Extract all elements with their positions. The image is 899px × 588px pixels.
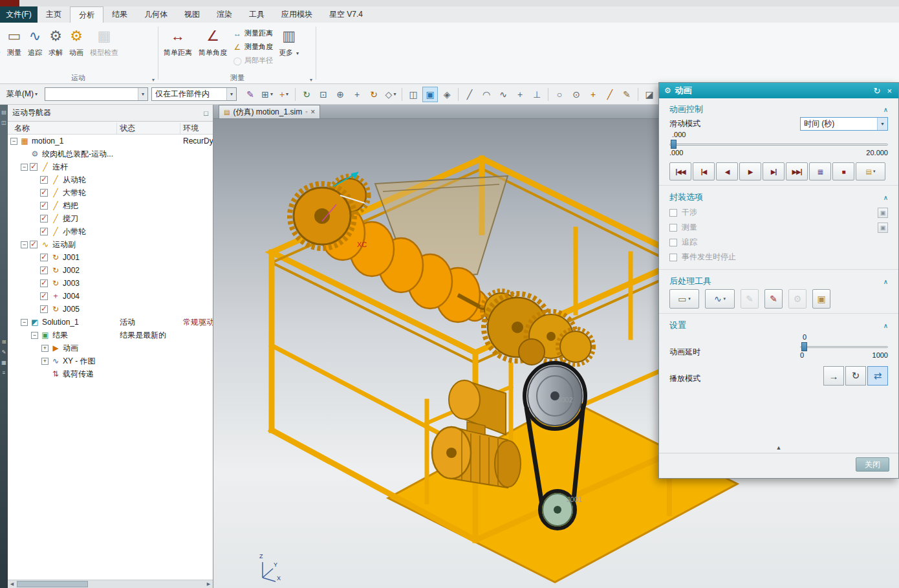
history-tab[interactable]: ▦ <box>0 360 8 365</box>
ribbon-tab-5[interactable]: 视图 <box>176 6 208 23</box>
tree-row-j004[interactable]: ✓+J004 <box>8 290 213 303</box>
tree-row-link-blade[interactable]: ✓╱搅刀 <box>8 212 213 225</box>
time-slider[interactable] <box>669 140 888 149</box>
forward-to-end-button[interactable]: ▶▶| <box>786 162 808 180</box>
rotate-view-icon[interactable]: ↻ <box>366 87 382 102</box>
tree-row-j005[interactable]: ✓↻J005 <box>8 303 213 316</box>
tree-row-link-small-pulley[interactable]: ✓╱小带轮 <box>8 225 213 238</box>
row-checkbox[interactable]: ✓ <box>40 189 48 197</box>
tree-row-j003[interactable]: ✓↻J003 <box>8 277 213 290</box>
reset-icon[interactable]: ↻ <box>872 86 882 96</box>
wireframe-display-icon[interactable]: ◫ <box>406 87 421 102</box>
tree-row-j001[interactable]: ✓↻J001 <box>8 251 213 264</box>
row-checkbox[interactable]: ✓ <box>40 305 48 313</box>
orient-view-icon[interactable]: ◇▾ <box>383 87 398 102</box>
step-forward-button[interactable]: ▶| <box>763 162 785 180</box>
play-reverse-button[interactable]: ◀ <box>716 162 738 180</box>
ribbon-tab-8[interactable]: 应用模块 <box>273 6 321 23</box>
dropdown-icon[interactable]: ▾ <box>270 91 273 97</box>
ribbon-tab-4[interactable]: 几何体 <box>136 6 176 23</box>
tools-palette-tab[interactable]: ⊞ <box>0 339 8 345</box>
navigator-column-headers[interactable]: 名称 状态 环境 <box>8 122 213 135</box>
ribbon-button-measure-distance[interactable]: ↔测量距离 <box>230 27 276 40</box>
section-view-icon[interactable]: ◪ <box>642 87 657 102</box>
expand-toggle[interactable]: + <box>41 345 49 352</box>
column-name[interactable]: 名称 <box>14 123 30 134</box>
dropdown-icon[interactable]: ▾ <box>688 296 691 301</box>
group-dropdown-icon[interactable]: ▾ <box>152 77 155 83</box>
line-tool-icon[interactable]: ╱ <box>462 87 477 102</box>
fit-view-icon[interactable]: ⊡ <box>316 87 331 102</box>
selection-filter-combo[interactable]: ▾ <box>45 87 148 101</box>
ribbon-button-trace[interactable]: ∿追踪 <box>25 23 45 71</box>
cross-tool-icon[interactable]: + <box>585 87 601 102</box>
section-settings[interactable]: 设置 ∧ <box>669 320 888 331</box>
close-button[interactable]: 关闭 <box>856 457 889 472</box>
expand-toggle[interactable]: + <box>41 358 49 365</box>
ribbon-button-animation[interactable]: ⚙动画 <box>66 23 87 71</box>
ribbon-tab-3[interactable]: 结果 <box>103 6 136 23</box>
scrollbar-thumb[interactable] <box>17 581 88 587</box>
point-tool-icon[interactable]: + <box>512 87 528 102</box>
tree-row-assembly[interactable]: ⚙绞肉机总装配-运动... <box>8 147 213 160</box>
section-post-tools[interactable]: 后处理工具 ∧ <box>669 276 888 287</box>
spline-tool-icon[interactable]: ∿ <box>495 87 511 102</box>
play-forward-button[interactable]: ▶ <box>739 162 761 180</box>
measure-group-label[interactable]: 测量 ▾ <box>160 73 314 83</box>
collapse-toggle[interactable]: − <box>10 138 17 145</box>
interference-checkbox[interactable] <box>669 209 677 217</box>
tree-row-result-animation[interactable]: +▶动画 <box>8 342 213 354</box>
trace-checkbox[interactable] <box>669 239 677 246</box>
row-checkbox[interactable]: ✓ <box>40 254 48 261</box>
time-slider-thumb[interactable] <box>671 140 677 149</box>
row-checkbox[interactable]: ✓ <box>40 215 48 223</box>
trace-marker-button[interactable]: ✎ <box>764 289 783 309</box>
style-edit-icon[interactable]: ✎ <box>243 87 258 102</box>
ribbon-tab-1[interactable]: 主页 <box>38 6 70 23</box>
swing-button[interactable]: ⇄ <box>867 366 888 386</box>
xy-graphing-button[interactable]: ∿▾ <box>705 289 735 309</box>
arc-tool-icon[interactable]: ◠ <box>479 87 494 102</box>
row-checkbox[interactable]: ✓ <box>40 202 48 210</box>
tree-row-j002[interactable]: ✓↻J002 <box>8 264 213 277</box>
step-back-button[interactable]: |◀ <box>693 162 715 180</box>
circle-tool-icon[interactable]: ○ <box>552 87 567 102</box>
reuse-library-tab[interactable]: ✎ <box>0 349 8 355</box>
tree-row-link-follower[interactable]: ✓╱从动轮 <box>8 173 213 186</box>
collapse-toggle[interactable]: − <box>21 319 28 326</box>
view-effects-icon[interactable]: ◈ <box>439 87 455 102</box>
delay-slider[interactable] <box>800 342 888 351</box>
pan-view-icon[interactable]: + <box>349 87 365 102</box>
assembly-navigator-tab[interactable]: ▤ <box>0 109 8 115</box>
stop-button[interactable]: ■ <box>832 162 854 180</box>
zoom-view-icon[interactable]: ⊕ <box>332 87 348 102</box>
annotate-tool-icon[interactable]: ✎ <box>619 87 634 102</box>
selection-scope-combo[interactable]: 仅在工作部件内 ▾ <box>151 87 237 101</box>
row-checkbox[interactable]: ✓ <box>40 267 48 274</box>
navigator-hscrollbar[interactable]: ◀ ▶ <box>8 580 213 588</box>
row-checkbox[interactable]: ✓ <box>40 228 48 235</box>
chevron-up-icon[interactable]: ∧ <box>883 106 888 113</box>
snap-point-icon[interactable]: ⊞▾ <box>259 87 275 102</box>
collapse-toggle[interactable]: − <box>21 241 28 248</box>
measure-table-button[interactable]: ▭▾ <box>669 289 699 309</box>
motion-group-label[interactable]: 运动 ▾ <box>0 73 157 83</box>
ribbon-tab-9[interactable]: 星空 V7.4 <box>321 6 371 23</box>
chevron-up-icon[interactable]: ∧ <box>883 322 888 329</box>
ribbon-tab-7[interactable]: 工具 <box>241 6 273 23</box>
combo-dropdown-icon[interactable]: ▾ <box>226 88 236 100</box>
chevron-down-icon[interactable]: ▼ <box>877 118 887 130</box>
target-point-icon[interactable]: ⊙ <box>569 87 584 102</box>
delay-slider-thumb[interactable] <box>801 342 807 351</box>
diagonal-tool-icon[interactable]: ╱ <box>602 87 618 102</box>
tree-row-links[interactable]: −✓╱连杆 <box>8 160 213 173</box>
ribbon-button-measure[interactable]: ▭测量 <box>4 23 25 71</box>
group-dropdown-icon[interactable]: ▾ <box>310 77 312 83</box>
interference-settings-button[interactable]: ▣ <box>878 208 888 218</box>
column-environment[interactable]: 环境 <box>183 123 199 134</box>
slide-mode-dropdown[interactable]: 时间 (秒) ▼ <box>800 117 888 131</box>
section-packaging[interactable]: 封装选项 ∧ <box>669 191 888 203</box>
tree-row-link-big-pulley[interactable]: ✓╱大带轮 <box>8 186 213 199</box>
rewind-to-start-button[interactable]: |◀◀ <box>669 162 691 180</box>
column-status[interactable]: 状态 <box>120 123 135 134</box>
